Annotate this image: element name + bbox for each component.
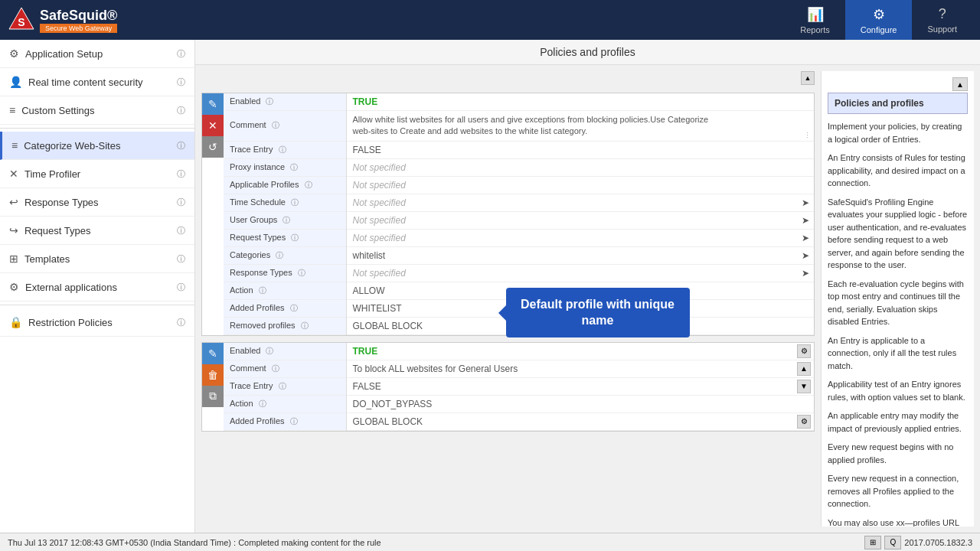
nav-support[interactable]: ? Support bbox=[912, 0, 972, 40]
content-scroll: ▲ ✎ ✕ ↺ Enabled ⓘ bbox=[195, 65, 980, 533]
applicable-help[interactable]: ⓘ bbox=[305, 181, 312, 189]
user-groups-value: Not specified ➤ bbox=[346, 211, 814, 229]
response-types-label: Response Types ⓘ bbox=[224, 264, 346, 282]
user-groups-help[interactable]: ⓘ bbox=[283, 216, 290, 224]
table-row: Added Profiles ⓘ GLOBAL BLOCK ⚙ bbox=[224, 412, 814, 430]
external-apps-icon: ⚙ bbox=[9, 281, 19, 293]
application-setup-help[interactable]: ⓘ bbox=[177, 48, 185, 60]
sidebar-item-realtime[interactable]: 👤 Real time content security ⓘ bbox=[0, 68, 194, 96]
custom-settings-help[interactable]: ⓘ bbox=[177, 105, 185, 116]
action-help[interactable]: ⓘ bbox=[259, 286, 266, 295]
scroll-up-area: ▲ bbox=[201, 71, 815, 85]
response-types-help[interactable]: ⓘ bbox=[298, 269, 305, 277]
p2-scroll-top-btn[interactable]: ⚙ bbox=[797, 344, 811, 358]
sidebar-item-external-apps[interactable]: ⚙ External applications ⓘ bbox=[0, 273, 194, 302]
table-row: Applicable Profiles ⓘ Not specified bbox=[224, 176, 814, 194]
time-profiler-icon: ✕ bbox=[9, 168, 18, 180]
p2-added-profiles-label: Added Profiles ⓘ bbox=[224, 412, 346, 430]
p2-added-profiles-help[interactable]: ⓘ bbox=[290, 417, 298, 425]
status-icon-1[interactable]: ⊞ bbox=[864, 536, 881, 549]
svg-text:S: S bbox=[18, 16, 24, 28]
enabled-help[interactable]: ⓘ bbox=[266, 97, 273, 106]
p2-comment-value: To block ALL websites for General Users … bbox=[346, 360, 814, 377]
realtime-help[interactable]: ⓘ bbox=[177, 77, 185, 88]
trace-help[interactable]: ⓘ bbox=[279, 145, 286, 154]
response-types-arrow[interactable]: ➤ bbox=[802, 268, 809, 279]
p2-enabled-help[interactable]: ⓘ bbox=[266, 347, 273, 355]
response-types-icon: ↩ bbox=[9, 196, 18, 208]
right-panel-p2: An Entry consists of Rules for testing a… bbox=[828, 152, 968, 190]
policy-2-delete-btn[interactable]: 🗑 bbox=[202, 364, 224, 386]
restriction-policies-help[interactable]: ⓘ bbox=[177, 317, 185, 328]
policy-2-copy-btn[interactable]: ⧉ bbox=[202, 386, 224, 407]
status-icon-2[interactable]: Q bbox=[884, 536, 901, 549]
nav-reports-label: Reports bbox=[800, 25, 830, 34]
scroll-up-button[interactable]: ▲ bbox=[801, 71, 815, 85]
tooltip-container: WHITELIST Default profile with unique na… bbox=[353, 303, 402, 314]
policy-2-edit-btn[interactable]: ✎ bbox=[202, 343, 224, 364]
sidebar-label-custom-settings: Custom Settings bbox=[21, 105, 94, 116]
policy-1-controls: ✎ ✕ ↺ bbox=[202, 93, 224, 158]
categories-help[interactable]: ⓘ bbox=[276, 251, 283, 259]
right-panel-p8: Every new request begins with no applied… bbox=[828, 441, 968, 466]
p2-scroll-up-btn[interactable]: ▲ bbox=[797, 362, 811, 376]
sidebar-item-time-profiler[interactable]: ✕ Time Profiler ⓘ bbox=[0, 160, 194, 188]
right-panel-scroll-up[interactable]: ▲ bbox=[952, 77, 968, 91]
time-schedule-help[interactable]: ⓘ bbox=[291, 198, 299, 207]
table-row: Time Schedule ⓘ Not specified ➤ bbox=[224, 194, 814, 211]
comment-help[interactable]: ⓘ bbox=[272, 121, 279, 129]
table-row: Trace Entry ⓘ FALSE bbox=[224, 141, 814, 158]
p2-action-help[interactable]: ⓘ bbox=[259, 399, 266, 408]
nav-reports[interactable]: 📊 Reports bbox=[785, 0, 845, 41]
p2-comment-help[interactable]: ⓘ bbox=[272, 364, 279, 373]
resize-handle[interactable]: ⋮ bbox=[804, 132, 811, 139]
added-profiles-help[interactable]: ⓘ bbox=[290, 304, 298, 312]
nav-support-label: Support bbox=[927, 24, 957, 34]
removed-profiles-help[interactable]: ⓘ bbox=[301, 321, 309, 330]
right-panel-p9: Every new request in a connection, remov… bbox=[828, 472, 968, 510]
templates-icon: ⊞ bbox=[9, 253, 18, 265]
realtime-icon: 👤 bbox=[9, 76, 22, 88]
sidebar-item-response-types[interactable]: ↩ Response Types ⓘ bbox=[0, 188, 194, 217]
policy-1-edit-btn[interactable]: ✎ bbox=[202, 93, 224, 115]
version-text: 2017.0705.1832.3 bbox=[904, 538, 972, 547]
p2-trace-label: Trace Entry ⓘ bbox=[224, 377, 346, 395]
request-types-help[interactable]: ⓘ bbox=[291, 233, 299, 242]
time-schedule-arrow[interactable]: ➤ bbox=[802, 197, 809, 208]
nav-configure-label: Configure bbox=[861, 25, 897, 34]
custom-settings-icon: ≡ bbox=[9, 104, 15, 116]
policy-1-reset-btn[interactable]: ↺ bbox=[202, 136, 224, 158]
restriction-policies-icon: 🔒 bbox=[9, 316, 22, 328]
sidebar-label-request-types: Request Types bbox=[24, 225, 90, 236]
p2-trace-help[interactable]: ⓘ bbox=[279, 382, 286, 390]
nav-configure[interactable]: ⚙ Configure bbox=[845, 0, 913, 41]
logo-icon: S bbox=[8, 6, 35, 34]
time-schedule-label: Time Schedule ⓘ bbox=[224, 194, 346, 211]
request-types-help[interactable]: ⓘ bbox=[177, 225, 185, 236]
categories-arrow[interactable]: ➤ bbox=[802, 250, 809, 261]
response-types-help[interactable]: ⓘ bbox=[177, 197, 185, 208]
policy-1-delete-btn[interactable]: ✕ bbox=[202, 115, 224, 136]
sidebar-item-restriction-policies[interactable]: 🔒 Restriction Policies ⓘ bbox=[0, 308, 194, 337]
page-title: Policies and profiles bbox=[540, 46, 635, 58]
templates-help[interactable]: ⓘ bbox=[177, 253, 185, 265]
sidebar-item-categorize[interactable]: ≡ Categorize Web-Sites ⓘ bbox=[0, 132, 194, 160]
sidebar-item-templates[interactable]: ⊞ Templates ⓘ bbox=[0, 245, 194, 273]
user-groups-arrow[interactable]: ➤ bbox=[802, 215, 809, 226]
sidebar-item-request-types[interactable]: ↪ Request Types ⓘ bbox=[0, 217, 194, 245]
external-apps-help[interactable]: ⓘ bbox=[177, 282, 185, 293]
table-row: User Groups ⓘ Not specified ➤ bbox=[224, 211, 814, 229]
proxy-help[interactable]: ⓘ bbox=[290, 163, 298, 171]
sidebar-item-application-setup[interactable]: ⚙ Application Setup ⓘ bbox=[0, 40, 194, 68]
logo-subtitle: Secure Web Gateway bbox=[40, 24, 117, 33]
trace-entry-label: Trace Entry ⓘ bbox=[224, 141, 346, 158]
request-types-arrow[interactable]: ➤ bbox=[802, 233, 809, 243]
p2-scroll-down-btn[interactable]: ▼ bbox=[797, 380, 811, 393]
time-profiler-help[interactable]: ⓘ bbox=[177, 168, 185, 180]
categorize-help[interactable]: ⓘ bbox=[177, 140, 185, 152]
table-row: Comment ⓘ To block ALL websites for Gene… bbox=[224, 360, 814, 377]
sidebar-label-restriction-policies: Restriction Policies bbox=[28, 317, 113, 328]
sidebar-item-custom-settings[interactable]: ≡ Custom Settings ⓘ bbox=[0, 96, 194, 125]
p2-scroll-bottom-btn[interactable]: ⚙ bbox=[797, 415, 811, 429]
categories-label: Categories ⓘ bbox=[224, 246, 346, 264]
